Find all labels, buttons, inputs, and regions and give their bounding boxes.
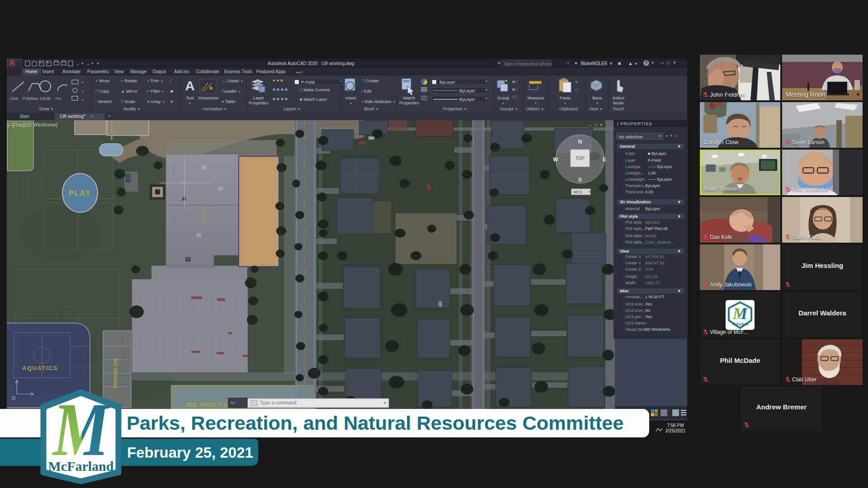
- svg-text:× ∕: × ∕: [231, 400, 236, 405]
- svg-text:▼: ▼: [91, 62, 94, 65]
- svg-text:TOP: TOP: [576, 156, 585, 161]
- svg-text:▼: ▼: [96, 62, 99, 65]
- svg-text:W: W: [553, 156, 558, 163]
- svg-text:▼: ▼: [81, 81, 84, 84]
- svg-text:●: ●: [505, 79, 507, 83]
- svg-text:–□×: –□×: [589, 122, 605, 127]
- svg-text:▼: ▼: [81, 90, 84, 93]
- svg-text:Circle: Circle: [40, 96, 51, 101]
- svg-text:WCS: WCS: [573, 190, 582, 194]
- svg-text:McFarland: McFarland: [732, 322, 749, 326]
- svg-text:S: S: [578, 177, 582, 183]
- svg-text:Polyline: Polyline: [23, 96, 38, 101]
- svg-text:←: ←: [75, 61, 80, 66]
- svg-text:Type a command: Type a command: [260, 400, 297, 405]
- svg-text:McFarland: McFarland: [48, 459, 114, 474]
- svg-text:→: →: [85, 61, 90, 66]
- svg-text:▼: ▼: [383, 401, 387, 405]
- svg-text:[–][Top][2D Wireframe]: [–][Top][2D Wireframe]: [8, 122, 57, 127]
- svg-text:E: E: [603, 156, 606, 163]
- svg-text:▼: ▼: [81, 62, 84, 65]
- svg-text:Line: Line: [10, 96, 18, 101]
- svg-text:N: N: [578, 139, 582, 145]
- svg-text:Arc: Arc: [55, 96, 62, 101]
- svg-text:▼: ▼: [81, 99, 84, 102]
- svg-text:▼: ▼: [588, 190, 591, 193]
